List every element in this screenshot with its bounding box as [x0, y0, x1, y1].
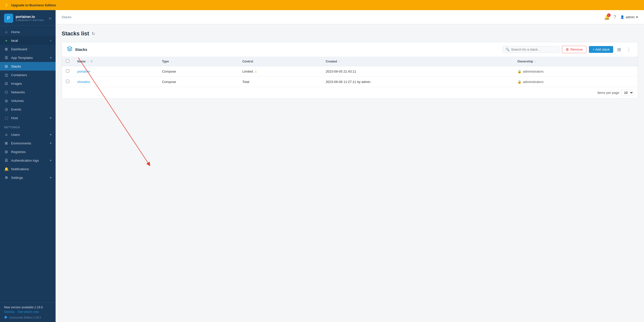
version-text: Community Edition 2.18.3 [9, 316, 41, 319]
row-ownership-cell: 🔒 administrators [513, 77, 638, 87]
networks-icon: ⬡ [4, 90, 9, 94]
table-row: showdoc Compose Total 2023-09-06 11:27:1… [62, 77, 638, 87]
stack-link[interactable]: portainer [77, 70, 90, 73]
help-button[interactable]: ? [614, 14, 616, 20]
stacks-card-icon [67, 46, 73, 53]
sidebar-item-label: Volumes [11, 99, 52, 103]
sidebar-item-label: Users [11, 133, 47, 137]
stacks-icon: ⊟ [4, 64, 9, 68]
env-name: local [11, 39, 47, 42]
username: admin [626, 15, 635, 19]
sidebar-collapse-button[interactable]: ‹‹ [49, 16, 52, 20]
sidebar-item-app-templates[interactable]: ☰ App Templates ▾ [0, 53, 56, 62]
remove-button[interactable]: 🗑 Remove [562, 46, 586, 53]
edition-label: COMMUNITY EDITION [16, 19, 44, 22]
dismiss-link[interactable]: Dismiss [4, 310, 15, 314]
settings-icon: ⚙ [4, 176, 9, 180]
select-all-checkbox[interactable] [66, 59, 69, 63]
search-box[interactable]: 🔍 [503, 46, 559, 53]
type-sort-icon[interactable]: ↕ [171, 60, 172, 63]
checkbox-header [62, 57, 73, 66]
items-per-page-select[interactable]: 10 25 50 [621, 90, 634, 96]
col-created: Created ↕ [322, 57, 513, 66]
brand-name: portainer.io [16, 15, 44, 19]
sidebar-logo: P portainer.io COMMUNITY EDITION ‹‹ [0, 10, 56, 26]
row-name-cell: showdoc [73, 77, 158, 87]
sidebar-item-images[interactable]: ⊡ Images [0, 79, 56, 88]
sidebar-version: 🔷 Community Edition 2.18.3 [4, 316, 52, 319]
sidebar-item-volumes[interactable]: ◎ Volumes [0, 96, 56, 105]
sidebar-item-label: Images [11, 82, 52, 85]
breadcrumb-text: Stacks [62, 15, 71, 19]
user-menu[interactable]: 👤 admin ▾ [620, 15, 638, 19]
auth-logs-icon: ☰ [4, 158, 9, 162]
table-wrap: Name ↕ ▽ Type ↕ Control [62, 57, 638, 87]
sidebar-item-label: Settings [11, 176, 47, 180]
name-sort-icon[interactable]: ↕ [87, 60, 89, 63]
sidebar-footer: New version available 2.19.0 Dismiss See… [0, 302, 56, 322]
row-checkbox[interactable] [66, 69, 69, 73]
sidebar-item-label: Authentication logs [11, 159, 47, 162]
sidebar-item-host[interactable]: ⬚ Host ▾ [0, 114, 56, 122]
env-close[interactable]: × [50, 39, 52, 42]
sidebar-item-environments[interactable]: ⊞ Environments ▾ [0, 139, 56, 147]
more-options-icon[interactable]: ⋮ [625, 46, 633, 53]
sidebar-item-label: Environments [11, 141, 47, 145]
row-created-cell: 2023-09-06 11:27:11 by admin [322, 77, 513, 87]
logo-icon: P [4, 14, 13, 23]
sidebar-item-registries[interactable]: ⊟ Registries [0, 147, 56, 156]
upgrade-banner[interactable]: ⚡ Upgrade to Business Edition [0, 0, 644, 10]
sidebar-environment[interactable]: ● local × [0, 36, 56, 45]
row-created-cell: 2023-09-05 21:43:11 [322, 66, 513, 77]
user-icon: 👤 [620, 15, 624, 19]
name-filter-icon[interactable]: ▽ [90, 60, 92, 63]
page-header: Stacks list ↻ [62, 30, 638, 37]
lock-icon: 🔒 [517, 70, 521, 73]
row-control-cell: Total [238, 77, 322, 87]
remove-icon: 🗑 [566, 48, 569, 51]
card-actions: 🔍 🗑 Remove + Add stack ⊞ ⋮ [503, 46, 633, 53]
sidebar-item-home[interactable]: ⌂ Home [0, 28, 56, 36]
stack-link[interactable]: showdoc [77, 80, 90, 84]
remove-label: Remove [570, 48, 583, 51]
home-label: Home [11, 30, 52, 34]
sidebar-item-label: Registries [11, 150, 52, 154]
volumes-icon: ◎ [4, 99, 9, 103]
whats-new-link[interactable]: See what's new [18, 310, 39, 314]
sidebar-item-label: Networks [11, 90, 52, 94]
notifications-icon: 🔔 [4, 167, 9, 171]
ownership-sort-icon[interactable]: ↕ [535, 60, 536, 63]
version-brand: 🔷 [4, 316, 8, 319]
search-input[interactable] [511, 48, 557, 51]
chevron-down-icon: ▾ [50, 116, 52, 120]
sidebar-item-label: Events [11, 108, 52, 111]
page-title: Stacks list [62, 30, 89, 37]
add-stack-button[interactable]: + Add stack [589, 46, 613, 53]
upgrade-label: Upgrade to Business Edition [11, 3, 56, 7]
col-control: Control [238, 57, 322, 66]
refresh-icon[interactable]: ↻ [92, 31, 95, 36]
sidebar-item-events[interactable]: ◷ Events [0, 105, 56, 114]
sidebar-item-stacks[interactable]: ⊟ Stacks [0, 62, 56, 71]
sidebar-item-containers[interactable]: ◫ Containers [0, 71, 56, 79]
row-checkbox[interactable] [66, 80, 69, 83]
table-header-row: Name ↕ ▽ Type ↕ Control [62, 57, 638, 66]
sidebar-item-notifications[interactable]: 🔔 Notifications [0, 165, 56, 173]
sidebar-item-dashboard[interactable]: ⊞ Dashboard [0, 45, 56, 53]
host-icon: ⬚ [4, 116, 9, 120]
environments-icon: ⊞ [4, 141, 9, 145]
sidebar-nav: ⌂ Home ● local × ⊞ Dashboard ☰ App Templ… [0, 26, 56, 302]
notifications-button[interactable]: 🔔 1 [604, 14, 610, 20]
user-chevron-icon: ▾ [636, 15, 638, 19]
sidebar-item-auth-logs[interactable]: ☰ Authentication logs ▾ [0, 156, 56, 165]
sidebar-item-networks[interactable]: ⬡ Networks [0, 88, 56, 96]
sidebar-item-users[interactable]: ☺ Users ▾ [0, 130, 56, 139]
created-sort-icon[interactable]: ↕ [339, 60, 340, 63]
sidebar-item-settings[interactable]: ⚙ Settings ▾ [0, 173, 56, 182]
columns-icon[interactable]: ⊞ [616, 46, 623, 53]
breadcrumb: Stacks [62, 15, 71, 19]
settings-section-label: Settings [0, 122, 56, 130]
env-icon: ● [4, 38, 9, 42]
main-content: Stacks 🔔 1 ? 👤 admin ▾ Stacks list ↻ [56, 10, 644, 322]
lock-icon: 🔒 [517, 80, 521, 84]
